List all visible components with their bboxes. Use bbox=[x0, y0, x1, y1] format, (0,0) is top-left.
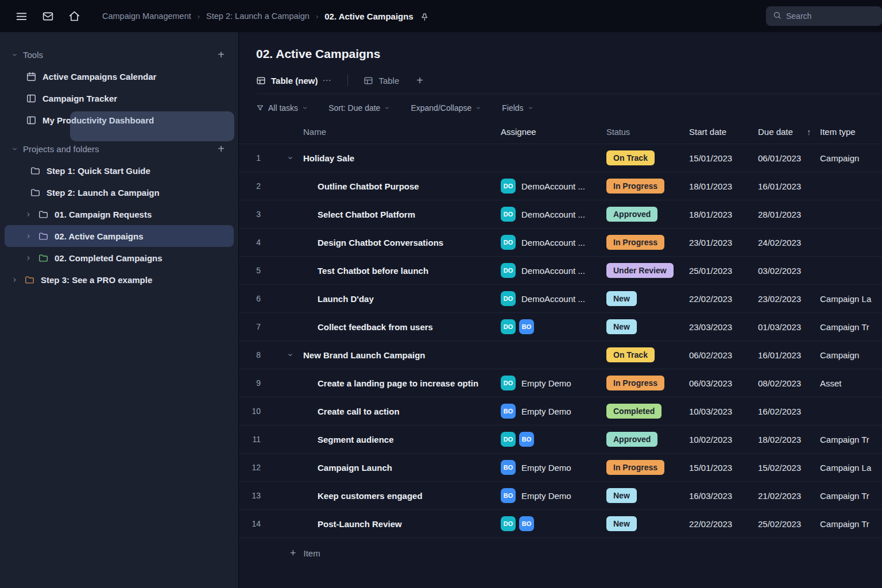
chevron-down-icon[interactable] bbox=[287, 155, 293, 161]
section-header-tools[interactable]: Tools+ bbox=[0, 44, 238, 65]
status-badge[interactable]: In Progress bbox=[606, 460, 664, 475]
sidebar-item-campaign-tracker[interactable]: Campaign Tracker bbox=[5, 87, 234, 109]
task-name[interactable]: Launch D'day bbox=[266, 294, 492, 304]
status-cell[interactable]: In Progress bbox=[599, 460, 680, 475]
due-date[interactable]: 06/01/2023 bbox=[749, 153, 813, 163]
add-icon[interactable]: + bbox=[218, 143, 225, 154]
start-date[interactable]: 18/01/2023 bbox=[680, 210, 749, 219]
column-header-assignee[interactable]: Assignee bbox=[492, 127, 599, 137]
start-date[interactable]: 15/01/2023 bbox=[680, 463, 749, 473]
assignee-avatar[interactable]: DO bbox=[501, 432, 516, 447]
column-header-status[interactable]: Status bbox=[599, 127, 680, 137]
start-date[interactable]: 23/01/2023 bbox=[680, 238, 749, 247]
assignee-cell[interactable]: DODemoAccount ... bbox=[492, 291, 599, 306]
start-date[interactable]: 15/01/2023 bbox=[680, 153, 749, 163]
table-row[interactable]: 4Design Chatbot ConversationsDODemoAccou… bbox=[239, 229, 882, 257]
status-badge[interactable]: In Progress bbox=[606, 376, 664, 390]
task-name[interactable]: Collect feedback from users bbox=[266, 322, 492, 332]
status-cell[interactable]: Approved bbox=[599, 207, 680, 222]
column-header-item-type[interactable]: Item type bbox=[813, 127, 882, 137]
assignee-cell[interactable]: DOBO bbox=[492, 432, 599, 447]
fields-button[interactable]: Fields bbox=[502, 103, 533, 113]
assignee-avatar[interactable]: DO bbox=[501, 319, 516, 334]
due-date[interactable]: 16/02/2023 bbox=[749, 407, 813, 416]
assignee-cell[interactable]: DOBO bbox=[492, 319, 599, 334]
start-date[interactable]: 10/03/2023 bbox=[680, 407, 749, 416]
table-row[interactable]: 5Test Chatbot before launchDODemoAccount… bbox=[239, 257, 882, 285]
column-header-name[interactable]: Name bbox=[266, 127, 492, 137]
assignee-avatar[interactable]: DO bbox=[501, 516, 516, 531]
status-cell[interactable]: New bbox=[599, 319, 680, 334]
status-cell[interactable]: In Progress bbox=[599, 235, 680, 250]
assignee-cell[interactable]: DODemoAccount ... bbox=[492, 179, 599, 194]
tab-more-icon[interactable]: ⋯ bbox=[322, 75, 332, 86]
status-badge[interactable]: New bbox=[606, 516, 637, 531]
search-input[interactable] bbox=[786, 11, 875, 21]
task-name[interactable]: Segment audience bbox=[266, 435, 492, 444]
assignee-avatar[interactable]: DO bbox=[501, 235, 516, 250]
status-cell[interactable]: New bbox=[599, 291, 680, 306]
assignee-avatar[interactable]: BO bbox=[501, 404, 516, 419]
sidebar-item-active-campaigns-calendar[interactable]: Active Campaigns Calendar bbox=[5, 65, 234, 87]
status-cell[interactable]: In Progress bbox=[599, 376, 680, 390]
sort-ascending-icon[interactable]: ↑ bbox=[807, 127, 811, 137]
task-name[interactable]: Outline Chatbot Purpose bbox=[266, 181, 492, 191]
assignee-avatar[interactable]: BO bbox=[519, 516, 534, 531]
due-date[interactable]: 21/02/2023 bbox=[749, 491, 813, 501]
breadcrumb-item[interactable]: Step 2: Launch a Campaign bbox=[206, 11, 310, 21]
status-badge[interactable]: Completed bbox=[606, 404, 662, 419]
due-date[interactable]: 15/02/2023 bbox=[749, 463, 813, 473]
assignee-cell[interactable]: BOEmpty Demo bbox=[492, 404, 599, 419]
assignee-cell[interactable]: DOEmpty Demo bbox=[492, 376, 599, 390]
status-cell[interactable]: Approved bbox=[599, 432, 680, 447]
status-cell[interactable]: Under Review bbox=[599, 263, 680, 278]
task-name[interactable]: Create call to action bbox=[266, 407, 492, 416]
section-header-projects-and-folders[interactable]: Projects and folders+ bbox=[0, 138, 238, 160]
breadcrumb-current[interactable]: 02. Active Campaigns bbox=[324, 11, 413, 21]
due-date[interactable]: 23/02/2023 bbox=[749, 294, 813, 304]
sidebar-item-01-campaign-requests[interactable]: 01. Campaign Requests bbox=[5, 203, 234, 225]
column-header-start-date[interactable]: Start date bbox=[680, 127, 749, 137]
assignee-cell[interactable]: BOEmpty Demo bbox=[492, 488, 599, 503]
sidebar-item-02-completed-campaigns[interactable]: 02. Completed Campaigns bbox=[5, 247, 234, 269]
sidebar-item-step-3-see-a-pro-example[interactable]: Step 3: See a PRO example bbox=[5, 269, 234, 291]
task-name[interactable]: Test Chatbot before launch bbox=[266, 266, 492, 276]
task-name[interactable]: Holiday Sale bbox=[266, 153, 492, 163]
assignee-cell[interactable]: DODemoAccount ... bbox=[492, 263, 599, 278]
table-row[interactable]: 11Segment audienceDOBOApproved10/02/2023… bbox=[239, 425, 882, 454]
table-row[interactable]: 7Collect feedback from usersDOBONew23/03… bbox=[239, 313, 882, 341]
assignee-avatar[interactable]: DO bbox=[501, 263, 516, 278]
assignee-avatar[interactable]: DO bbox=[501, 207, 516, 222]
status-badge[interactable]: Approved bbox=[606, 207, 657, 222]
due-date[interactable]: 24/02/2023 bbox=[749, 238, 813, 247]
due-date[interactable]: 25/02/2023 bbox=[749, 519, 813, 529]
task-name[interactable]: Keep customers engaged bbox=[266, 491, 492, 501]
status-cell[interactable]: In Progress bbox=[599, 179, 680, 194]
task-name[interactable]: New Brand Launch Campaign bbox=[266, 350, 492, 360]
assignee-avatar[interactable]: DO bbox=[501, 291, 516, 306]
home-icon[interactable] bbox=[63, 5, 85, 27]
task-name[interactable]: Select Chatbot Platform bbox=[266, 210, 492, 219]
table-row[interactable]: 6Launch D'dayDODemoAccount ...New22/02/2… bbox=[239, 285, 882, 313]
status-badge[interactable]: Under Review bbox=[606, 263, 674, 278]
due-date[interactable]: 16/01/2023 bbox=[749, 350, 813, 360]
sidebar-item-my-productivity-dashboard[interactable]: My Productivity Dashboard bbox=[5, 109, 234, 131]
assignee-cell[interactable]: DODemoAccount ... bbox=[492, 207, 599, 222]
sidebar-item-step-1-quick-start-guide[interactable]: Step 1: Quick Start Guide bbox=[5, 160, 234, 181]
due-date[interactable]: 16/01/2023 bbox=[749, 181, 813, 191]
table-row[interactable]: 1Holiday SaleOn Track15/01/202306/01/202… bbox=[239, 144, 882, 172]
tab-table[interactable]: Table bbox=[363, 76, 399, 86]
menu-icon[interactable] bbox=[10, 5, 32, 27]
table-row[interactable]: 10Create call to actionBOEmpty DemoCompl… bbox=[239, 397, 882, 425]
start-date[interactable]: 25/01/2023 bbox=[680, 266, 749, 276]
search-box[interactable] bbox=[766, 6, 882, 26]
status-cell[interactable]: New bbox=[599, 488, 680, 503]
start-date[interactable]: 10/02/2023 bbox=[680, 435, 749, 444]
filter-tasks-button[interactable]: All tasks bbox=[256, 103, 308, 113]
add-icon[interactable]: + bbox=[218, 49, 225, 60]
start-date[interactable]: 22/02/2023 bbox=[680, 519, 749, 529]
table-row[interactable]: 2Outline Chatbot PurposeDODemoAccount ..… bbox=[239, 172, 882, 200]
assignee-avatar[interactable]: BO bbox=[519, 319, 534, 334]
sidebar-item-02-active-campaigns[interactable]: 02. Active Campaigns bbox=[5, 225, 234, 247]
assignee-cell[interactable]: DODemoAccount ... bbox=[492, 235, 599, 250]
